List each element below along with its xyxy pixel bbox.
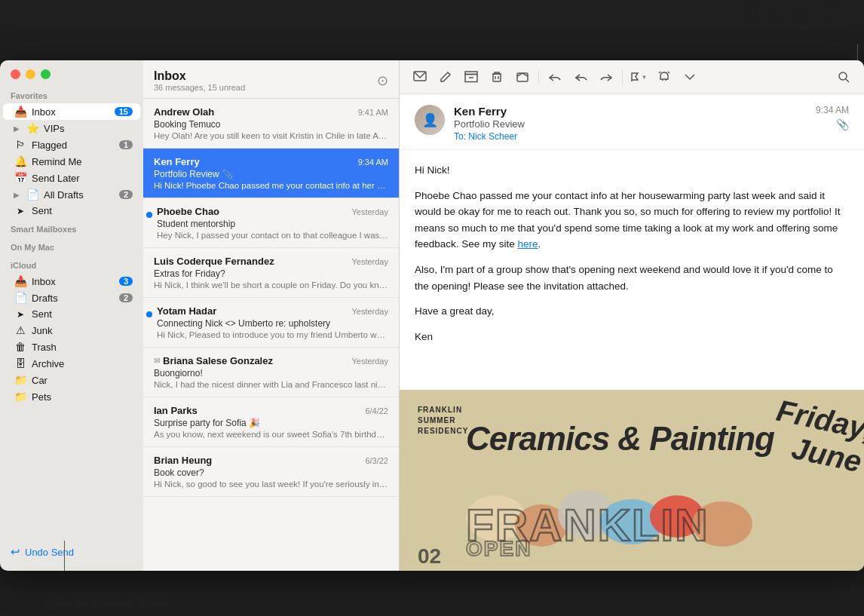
sidebar-item-icloud-trash[interactable]: 🗑 Trash	[3, 339, 140, 355]
sidebar-item-icloud-sent[interactable]: ➤ Sent	[3, 306, 140, 322]
msg-sender: ✉ Briana Salese Gonzalez	[154, 355, 273, 366]
sent-icon: ➤	[14, 206, 27, 216]
list-item[interactable]: Ian Parks 6/4/22 Surprise party for Sofi…	[143, 397, 399, 447]
compose-button[interactable]	[434, 66, 457, 87]
msg-subject: Portfolio Review 📎	[154, 169, 388, 179]
msg-preview: As you know, next weekend is our sweet S…	[154, 430, 388, 439]
icloud-trash-icon: 🗑	[14, 341, 27, 353]
sidebar-item-flagged-label: Flagged	[32, 139, 115, 151]
msg-preview: Hi Nick, so good to see you last week! I…	[154, 480, 388, 489]
more-button[interactable]	[679, 66, 701, 87]
reply-all-button[interactable]	[569, 66, 592, 87]
sidebar-item-icloud-pets[interactable]: 📁 Pets	[3, 388, 140, 405]
flagged-icon: 🏳	[14, 139, 27, 151]
icloud-junk-icon: ⚠	[14, 324, 27, 336]
sidebar-item-icloud-inbox[interactable]: 📥 Inbox 3	[3, 273, 140, 290]
filter-icon[interactable]: ⊙	[377, 72, 388, 89]
here-link[interactable]: here	[518, 238, 538, 250]
forward-button[interactable]	[595, 66, 617, 87]
poster-svg: FRANKLIN SUMMER RESIDENCY Ceramics & Pai…	[400, 390, 864, 571]
list-item[interactable]: Phoebe Chao Yesterday Student mentorship…	[143, 198, 399, 248]
sidebar-item-remind-me-label: Remind Me	[32, 156, 133, 167]
notifications-button[interactable]	[653, 66, 676, 87]
sidebar-item-icloud-car-label: Car	[32, 375, 133, 386]
flagged-badge: 1	[119, 140, 133, 149]
sidebar-item-icloud-drafts[interactable]: 📄 Drafts 2	[3, 290, 140, 306]
undo-send-button[interactable]: ↩ Undo Send	[0, 539, 143, 565]
msg-preview: Hey Nick, I passed your contact on to th…	[157, 231, 388, 240]
svg-text:RESIDENCY: RESIDENCY	[418, 427, 468, 435]
msg-subject: Connecting Nick <> Umberto re: upholster…	[157, 318, 388, 329]
move-button[interactable]	[511, 66, 534, 87]
message-subject: Portfolio Review	[454, 118, 807, 130]
sidebar-item-sent[interactable]: ➤ Sent	[3, 203, 140, 219]
svg-text:FRANKLIN: FRANKLIN	[418, 406, 462, 414]
sidebar-item-send-later[interactable]: 📅 Send Later	[3, 170, 140, 186]
sidebar-item-icloud-car[interactable]: 📁 Car	[3, 372, 140, 388]
trash-button[interactable]	[486, 66, 508, 87]
reply-button[interactable]	[544, 66, 566, 87]
sidebar-item-icloud-drafts-label: Drafts	[32, 293, 115, 304]
sidebar-item-sent-label: Sent	[32, 205, 133, 216]
sidebar-item-inbox[interactable]: 📥 Inbox 15	[3, 103, 140, 120]
sidebar-item-icloud-archive[interactable]: 🗄 Archive	[3, 355, 140, 372]
msg-preview: Hey Olah! Are you still keen to visit Kr…	[154, 131, 388, 140]
search-button[interactable]	[832, 66, 855, 87]
msg-time: 9:34 AM	[358, 158, 388, 167]
msg-time: 6/3/22	[365, 456, 388, 465]
list-item[interactable]: Andrew Olah 9:41 AM Booking Temuco Hey O…	[143, 99, 399, 149]
list-item[interactable]: Brian Heung 6/3/22 Book cover? Hi Nick, …	[143, 447, 399, 497]
msg-subject: Booking Temuco	[154, 119, 388, 130]
message-detail: ▼	[400, 60, 864, 571]
msg-preview: Hi Nick! Phoebe Chao passed me your cont…	[154, 181, 388, 190]
svg-text:SUMMER: SUMMER	[418, 416, 455, 424]
sidebar-item-icloud-archive-label: Archive	[32, 358, 133, 369]
msg-time: Yesterday	[351, 257, 388, 266]
sidebar-item-remind-me[interactable]: 🔔 Remind Me	[3, 153, 140, 170]
tooltip-top-right: Clique para procurar um elemento no Mail…	[743, 6, 849, 33]
sidebar-item-vips[interactable]: ▶ ⭐ VIPs	[3, 120, 140, 136]
tooltip-line-bottom	[64, 541, 65, 571]
svg-rect-7	[517, 73, 528, 81]
msg-subject: Book cover?	[154, 467, 388, 478]
flag-button[interactable]: ▼	[627, 66, 650, 87]
list-item[interactable]: Yotam Hadar Yesterday Connecting Nick <>…	[143, 298, 399, 348]
remind-me-icon: 🔔	[14, 155, 27, 167]
msg-subject: Buongiorno!	[154, 368, 388, 378]
msg-time: Yesterday	[351, 207, 388, 216]
toolbar-separator-2	[622, 69, 623, 84]
fullscreen-button[interactable]	[41, 69, 51, 79]
message-list-header: Inbox 36 messages, 15 unread ⊙	[143, 60, 399, 99]
avatar: 👤	[415, 105, 445, 135]
icloud-inbox-icon: 📥	[14, 275, 27, 287]
toolbar: ▼	[400, 60, 864, 94]
list-item[interactable]: ✉ Briana Salese Gonzalez Yesterday Buong…	[143, 348, 399, 397]
new-message-button[interactable]	[409, 66, 431, 87]
sidebar-item-flagged[interactable]: 🏳 Flagged 1	[3, 136, 140, 153]
icloud-drafts-icon: 📄	[14, 292, 27, 304]
msg-time: Yesterday	[351, 307, 388, 316]
sidebar-item-all-drafts[interactable]: ▶ 📄 All Drafts 2	[3, 186, 140, 203]
sidebar-item-send-later-label: Send Later	[32, 173, 133, 184]
message-list-body: Andrew Olah 9:41 AM Booking Temuco Hey O…	[143, 99, 399, 571]
msg-sender: Luis Coderque Fernandez	[154, 256, 274, 267]
msg-sender: Brian Heung	[154, 455, 212, 466]
message-body: Hi Nick! Phoebe Chao passed me your cont…	[400, 150, 864, 390]
smart-mailboxes-label: Smart Mailboxes	[0, 219, 143, 237]
msg-sender: Phoebe Chao	[157, 206, 219, 217]
list-item[interactable]: Luis Coderque Fernandez Yesterday Extras…	[143, 248, 399, 298]
archive-button[interactable]	[460, 66, 483, 87]
vips-icon: ⭐	[26, 122, 39, 134]
minimize-button[interactable]	[26, 69, 35, 79]
body-greeting: Hi Nick!	[415, 162, 849, 179]
icloud-car-icon: 📁	[14, 374, 27, 386]
body-signature: Ken	[415, 329, 849, 345]
icloud-label: iCloud	[0, 255, 143, 273]
close-button[interactable]	[11, 69, 20, 79]
list-item[interactable]: Ken Ferry 9:34 AM Portfolio Review 📎 Hi …	[143, 149, 399, 198]
icloud-inbox-badge: 3	[119, 277, 133, 286]
svg-rect-4	[493, 74, 501, 81]
icloud-pets-icon: 📁	[14, 391, 27, 403]
message-sender-name: Ken Ferry	[454, 105, 807, 118]
sidebar-item-icloud-junk[interactable]: ⚠ Junk	[3, 322, 140, 339]
